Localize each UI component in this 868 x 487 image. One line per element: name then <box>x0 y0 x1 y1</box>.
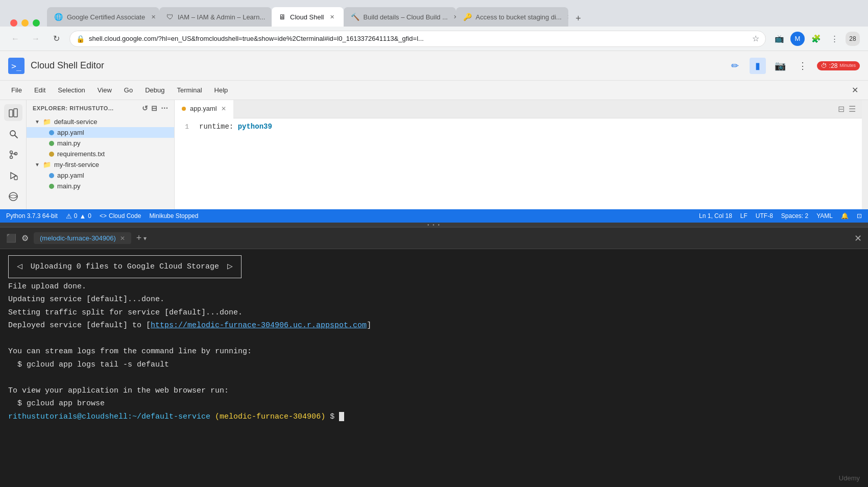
code-content[interactable]: 1 runtime: python39 <box>175 118 862 209</box>
terminal-tab-1[interactable]: (melodic-furnace-304906) ✕ <box>34 232 131 244</box>
terminal-close-button[interactable]: ✕ <box>854 233 862 244</box>
cloud-code-status[interactable]: <> Cloud Code <box>100 212 141 220</box>
sidebar-search-icon[interactable] <box>4 125 22 142</box>
camera-icon-btn[interactable]: 📷 <box>772 58 788 74</box>
sidebar-debug-icon[interactable] <box>4 167 22 184</box>
sidebar-remote-icon[interactable] <box>4 188 22 205</box>
circle-warning-icon: ⚠ <box>66 212 72 220</box>
line-code-1: runtime: python39 <box>199 123 272 131</box>
editor-close-button[interactable]: ✕ <box>848 83 862 98</box>
file-dot-py <box>49 141 54 146</box>
browser-tab-2[interactable]: 🛡 IAM – IAM & Admin – Learn... ✕ <box>159 7 272 27</box>
menu-bar: File Edit Selection View Go Debug Termin… <box>0 81 868 100</box>
deployed-url-link[interactable]: https://melodic-furnace-304906.uc.r.apps… <box>151 321 367 330</box>
editor-tabs: app.yaml ✕ ⊟ ☰ <box>175 100 862 118</box>
minikube-status[interactable]: Minikube Stopped <box>149 212 198 220</box>
language-status[interactable]: YAML <box>816 212 833 220</box>
explorer-collapse-icon[interactable]: ⊟ <box>151 104 158 112</box>
terminal-settings-icon[interactable]: ⬛ <box>6 233 16 243</box>
file-name-requirements: requirements.txt <box>57 150 105 158</box>
split-editor-icon[interactable]: ⊟ <box>838 104 845 114</box>
browser-tab-5[interactable]: 🔑 Access to bucket staging di... ✕ <box>456 7 568 27</box>
folder-my-first-service[interactable]: ▼ 📁 my-first-service <box>27 159 174 170</box>
editor-tab-app-yaml[interactable]: app.yaml ✕ <box>175 100 233 118</box>
menu-edit[interactable]: Edit <box>29 84 51 96</box>
terminal-output[interactable]: ◁ Uploading 0 files to Google Cloud Stor… <box>0 249 868 487</box>
browser-tab-1[interactable]: 🌐 Google Certified Associate ✕ <box>47 7 159 27</box>
forward-button[interactable]: → <box>29 32 43 46</box>
back-button[interactable]: ← <box>8 32 22 46</box>
more-editor-icon[interactable]: ☰ <box>849 104 856 114</box>
folder-default-service[interactable]: ▼ 📁 default-service <box>27 116 174 127</box>
file-app-yaml-1[interactable]: app.yaml <box>27 127 174 138</box>
tab5-close[interactable]: ✕ <box>566 13 568 21</box>
main-layout: EXPLORER: RITHUSTUTO... ↺ ⊟ ⋯ ▼ 📁 defaul… <box>0 100 868 209</box>
minimize-traffic-light[interactable] <box>21 19 29 27</box>
ln-col-status[interactable]: Ln 1, Col 18 <box>699 212 732 220</box>
terminal-gear-icon[interactable]: ⚙ <box>21 233 29 243</box>
badge-count[interactable]: 28 <box>846 32 860 46</box>
more-icon[interactable]: ⋮ <box>827 32 841 46</box>
menu-help[interactable]: Help <box>209 84 233 96</box>
menu-go[interactable]: Go <box>119 84 138 96</box>
spaces-status[interactable]: Spaces: 2 <box>781 212 808 220</box>
menu-file[interactable]: File <box>6 84 27 96</box>
encoding-status[interactable]: UTF-8 <box>756 212 773 220</box>
layout-icon[interactable]: ⊡ <box>857 212 862 220</box>
triangle-error-icon: ▲ <box>79 212 86 220</box>
upload-arrow-right-icon: ▷ <box>227 259 233 275</box>
tab4-close[interactable]: ✕ <box>452 13 456 21</box>
bell-icon[interactable]: 🔔 <box>841 212 849 220</box>
file-app-yaml-2[interactable]: app.yaml <box>27 170 174 181</box>
editor-header: >_ Cloud Shell Editor ✏ ▮ 📷 ⋮ ⏱ :28 Minu… <box>0 51 868 81</box>
menu-view[interactable]: View <box>92 84 117 96</box>
file-explorer: EXPLORER: RITHUSTUTO... ↺ ⊟ ⋯ ▼ 📁 defaul… <box>27 100 175 209</box>
explorer-more-icon[interactable]: ⋯ <box>161 104 168 112</box>
terminal-tab-close[interactable]: ✕ <box>120 235 125 242</box>
editor-tab-icons: ⊟ ☰ <box>838 104 862 114</box>
terminal-add-button[interactable]: + ▾ <box>136 233 147 243</box>
explorer-refresh-icon[interactable]: ↺ <box>142 104 149 112</box>
editor-scrollbar[interactable] <box>862 100 868 209</box>
warnings-errors-status[interactable]: ⚠ 0 ▲ 0 <box>66 212 91 220</box>
file-main-py-1[interactable]: main.py <box>27 138 174 149</box>
browser-tab-3[interactable]: 🖥 Cloud Shell ✕ <box>272 7 344 27</box>
tab5-favicon: 🔑 <box>463 13 472 21</box>
tab3-close[interactable]: ✕ <box>328 13 336 21</box>
extensions-icon[interactable]: 🧩 <box>809 32 823 46</box>
status-bar: Python 3.7.3 64-bit ⚠ 0 ▲ 0 <> Cloud Cod… <box>0 209 868 223</box>
folder-name: default-service <box>54 118 98 126</box>
terminal-icon-btn[interactable]: ▮ <box>750 58 766 74</box>
svg-point-7 <box>10 156 12 159</box>
url-bar[interactable]: 🔒 shell.cloud.google.com/?hl=en_US&fromc… <box>69 31 766 47</box>
cast-icon[interactable]: 📺 <box>772 32 786 46</box>
sidebar-git-icon[interactable] <box>4 146 22 163</box>
lf-status[interactable]: LF <box>740 212 748 220</box>
sidebar-explorer-icon[interactable] <box>4 104 22 121</box>
editor-tab-close[interactable]: ✕ <box>221 105 226 112</box>
terminal-tab-label: (melodic-furnace-304906) <box>40 234 116 242</box>
file-main-py-2[interactable]: main.py <box>27 181 174 191</box>
tab1-close[interactable]: ✕ <box>149 13 157 21</box>
menu-selection[interactable]: Selection <box>53 84 90 96</box>
cloud-code-label: Cloud Code <box>109 212 141 220</box>
menu-terminal[interactable]: Terminal <box>172 84 207 96</box>
maximize-traffic-light[interactable] <box>33 19 40 27</box>
profile-icon[interactable]: M <box>790 32 805 46</box>
minutes-label: Minutes <box>839 63 856 68</box>
reload-button[interactable]: ↻ <box>49 32 63 46</box>
more-header-icon[interactable]: ⋮ <box>794 58 811 74</box>
edit-icon-btn[interactable]: ✏ <box>727 58 743 74</box>
file-requirements-txt[interactable]: requirements.txt <box>27 149 174 159</box>
tab4-favicon: 🔨 <box>351 13 359 21</box>
close-traffic-light[interactable] <box>10 19 17 27</box>
menu-debug[interactable]: Debug <box>140 84 170 96</box>
new-tab-button[interactable]: + <box>570 10 587 27</box>
browser-tab-4[interactable]: 🔨 Build details – Cloud Build ... ✕ <box>344 7 456 27</box>
folder-name-2: my-first-service <box>54 161 99 168</box>
python-version-status[interactable]: Python 3.7.3 64-bit <box>6 212 58 220</box>
bookmark-icon[interactable]: ☆ <box>752 34 759 43</box>
terminal-drag-handle[interactable]: • • • <box>0 223 868 227</box>
tab2-label: IAM – IAM & Admin – Learn... <box>178 13 265 21</box>
terminal-line-blank-2 <box>8 371 860 384</box>
